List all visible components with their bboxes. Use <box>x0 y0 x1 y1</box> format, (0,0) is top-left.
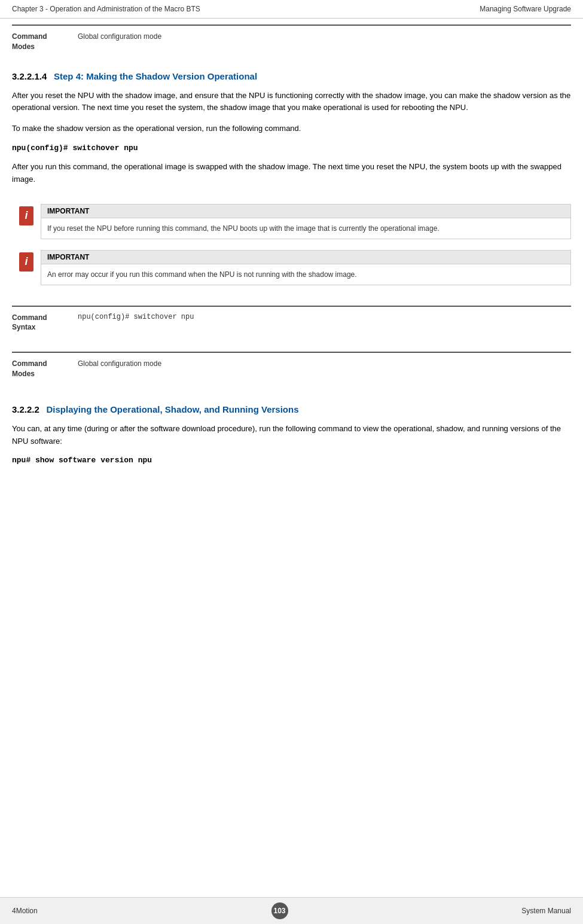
footer-page-number: 103 <box>271 902 288 919</box>
important-header-1: IMPORTANT <box>41 205 570 218</box>
important-icon-2 <box>12 250 41 272</box>
bottom-command-modes-label: Command Modes <box>12 359 78 379</box>
section-3221-number: 3.2.2.1.4 <box>12 71 47 81</box>
important-box-1: IMPORTANT If you reset the NPU before ru… <box>12 204 571 239</box>
command-syntax-row: Command Syntax npu(config)# switchover n… <box>12 306 571 333</box>
section-3221-para3: After you run this command, the operatio… <box>12 161 571 186</box>
section-3221-heading: 3.2.2.1.4 Step 4: Making the Shadow Vers… <box>12 71 571 81</box>
important-content-2: IMPORTANT An error may occur if you run … <box>41 250 571 285</box>
section-3221-para1: After you reset the NPU with the shadow … <box>12 90 571 115</box>
command-syntax-value: npu(config)# switchover npu <box>78 313 194 321</box>
section-322-heading: 3.2.2.2 Displaying the Operational, Shad… <box>12 404 571 414</box>
page-header: Chapter 3 - Operation and Administration… <box>0 0 583 19</box>
footer-right: System Manual <box>521 907 571 915</box>
important-header-2: IMPORTANT <box>41 251 570 264</box>
footer-left: 4Motion <box>12 907 38 915</box>
important-body-1: If you reset the NPU before running this… <box>41 218 570 239</box>
header-left: Chapter 3 - Operation and Administration… <box>12 5 200 13</box>
section-322-command1: npu# show software version npu <box>12 456 571 465</box>
important-content-1: IMPORTANT If you reset the NPU before ru… <box>41 204 571 239</box>
top-command-modes-row: Command Modes Global configuration mode <box>12 25 571 52</box>
important-icon-1 <box>12 204 41 225</box>
header-right: Managing Software Upgrade <box>480 5 571 13</box>
info-icon-2 <box>19 252 33 272</box>
section-322-title: Displaying the Operational, Shadow, and … <box>47 404 299 414</box>
section-3221-command1: npu(config)# switchover npu <box>12 144 571 153</box>
section-322-para1: You can, at any time (during or after th… <box>12 423 571 448</box>
info-icon-1 <box>19 206 33 225</box>
bottom-command-modes-row: Command Modes Global configuration mode <box>12 352 571 379</box>
bottom-command-modes-value: Global configuration mode <box>78 359 161 369</box>
important-body-2: An error may occur if you run this comma… <box>41 264 570 285</box>
section-322-number: 3.2.2.2 <box>12 404 39 414</box>
main-content: Command Modes Global configuration mode … <box>0 19 583 485</box>
top-command-modes-value: Global configuration mode <box>78 32 161 42</box>
section-3221-title: Step 4: Making the Shadow Version Operat… <box>54 71 257 81</box>
important-box-2: IMPORTANT An error may occur if you run … <box>12 250 571 285</box>
section-3221-para2: To make the shadow version as the operat… <box>12 123 571 135</box>
page-footer: 4Motion 103 System Manual <box>0 897 583 924</box>
command-syntax-label: Command Syntax <box>12 313 78 333</box>
top-command-modes-label: Command Modes <box>12 32 78 52</box>
